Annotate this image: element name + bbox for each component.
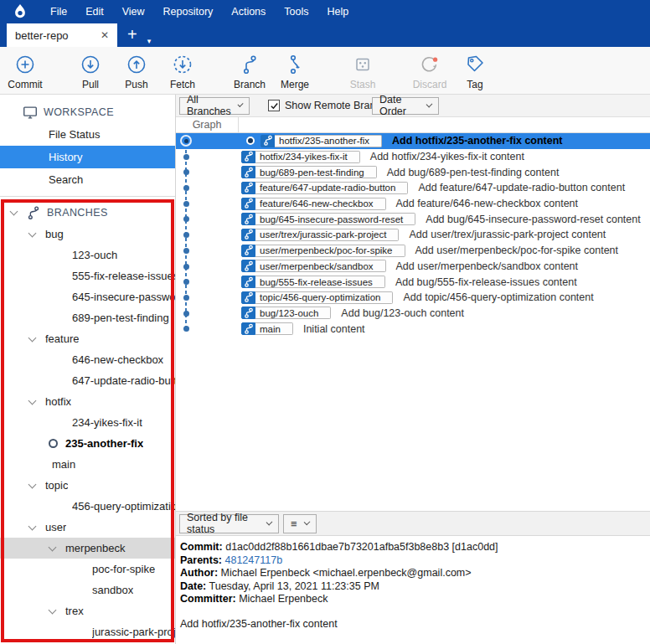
- branch-group-user[interactable]: user: [0, 517, 175, 538]
- graph-node: [183, 154, 189, 160]
- sort-by-dropdown[interactable]: Sorted by file status: [179, 514, 279, 533]
- commit-row[interactable]: bug/689-pen-test-finding Add bug/689-pen…: [176, 164, 650, 180]
- branch-icon: [241, 322, 255, 335]
- branch-item-235-another-fix[interactable]: 235-another-fix: [0, 433, 175, 454]
- branch-label-badge[interactable]: main: [241, 322, 293, 335]
- menu-file[interactable]: File: [41, 0, 76, 23]
- menu-edit[interactable]: Edit: [76, 0, 113, 23]
- pull-icon: [79, 53, 102, 76]
- discard-button[interactable]: Discard: [406, 50, 453, 92]
- branch-label-badge[interactable]: feature/646-new-checkbox: [241, 198, 386, 210]
- branch-icon: [241, 229, 255, 241]
- push-icon: [125, 53, 148, 76]
- file-sort-bar: Sorted by file status ≡: [176, 511, 650, 536]
- branch-label-badge[interactable]: hotfix/235-another-fix: [261, 135, 382, 147]
- column-header-row: Graph: [176, 117, 650, 133]
- branch-item-555-fix-release-issues[interactable]: 555-fix-release-issues: [0, 265, 175, 286]
- branch-item-456-query-optimization[interactable]: 456-query-optimization: [0, 496, 175, 517]
- tag-button[interactable]: Tag: [451, 50, 498, 92]
- branch-icon: [241, 245, 255, 257]
- author-value: Michael Erpenbeck <michael.erpenbeck@gma…: [221, 567, 472, 579]
- branch-item-647-update-radio-button[interactable]: 647-update-radio-button: [0, 370, 175, 391]
- merge-button[interactable]: Merge: [271, 50, 318, 92]
- branch-item-645-insecure-password-reset[interactable]: 645-insecure-password-reset: [0, 286, 175, 307]
- graph-column-header[interactable]: Graph: [176, 117, 239, 132]
- sidebar-item-history[interactable]: History: [0, 146, 175, 168]
- commit-row[interactable]: feature/647-update-radio-button Add feat…: [176, 180, 650, 196]
- commit-row[interactable]: user/merpenbeck/poc-for-spike Add user/m…: [176, 243, 650, 259]
- parent-commit-link[interactable]: 481247117b: [225, 554, 283, 566]
- tab-close-icon[interactable]: ✕: [99, 29, 111, 41]
- branches-header[interactable]: BRANCHES: [0, 202, 175, 224]
- commit-message: Add user/merpenbeck/poc-for-spike conten…: [415, 245, 619, 256]
- branch-group-merpenbeck[interactable]: merpenbeck: [0, 538, 175, 559]
- commit-row[interactable]: feature/646-new-checkbox Add feature/646…: [176, 196, 650, 212]
- commit-hash: d1ac0dd2f88b1661dbae7b73201afba5f3b8e8b3…: [225, 541, 498, 553]
- workspace-label: WORKSPACE: [44, 106, 114, 118]
- branch-label-badge[interactable]: bug/645-insecure-password-reset: [241, 213, 415, 225]
- branch-item-123-ouch[interactable]: 123-ouch: [0, 245, 175, 265]
- branch-icon: [241, 198, 255, 210]
- commit-row[interactable]: bug/645-insecure-password-reset Add bug/…: [176, 211, 650, 227]
- author-label: Author:: [180, 567, 218, 579]
- branch-item-sandbox[interactable]: sandbox: [0, 580, 175, 600]
- branch-label-badge[interactable]: user/trex/jurassic-park-project: [241, 229, 399, 241]
- branch-label-badge[interactable]: user/merpenbeck/sandbox: [241, 260, 386, 272]
- menu-view[interactable]: View: [113, 0, 154, 23]
- chevron-down-icon: [303, 519, 310, 526]
- commit-row[interactable]: main Initial content: [176, 321, 650, 337]
- commit-button[interactable]: Commit: [2, 50, 49, 92]
- menu-repository[interactable]: Repository: [154, 0, 223, 23]
- menu-help[interactable]: Help: [318, 0, 359, 23]
- commit-row[interactable]: hotfix/235-another-fix Add hotfix/235-an…: [176, 133, 650, 149]
- branch-item-poc-for-spike[interactable]: poc-for-spike: [0, 559, 175, 580]
- tab-bar: better-repo ✕ + ▾: [0, 23, 650, 47]
- tab-list-caret-icon[interactable]: ▾: [146, 37, 158, 47]
- branch-group-hotfix[interactable]: hotfix: [0, 391, 175, 412]
- order-filter-dropdown[interactable]: Date Order: [372, 97, 439, 115]
- pull-button[interactable]: Pull: [67, 50, 114, 92]
- commit-row[interactable]: topic/456-query-optimization Add topic/4…: [176, 290, 650, 306]
- menu-actions[interactable]: Actions: [222, 0, 275, 23]
- branches-label: BRANCHES: [47, 207, 108, 219]
- branch-label-badge[interactable]: hotfix/234-yikes-fix-it: [241, 151, 360, 163]
- branch-group-trex[interactable]: trex: [0, 600, 175, 621]
- branch-label-badge[interactable]: user/merpenbeck/poc-for-spike: [241, 245, 405, 257]
- view-options-dropdown[interactable]: ≡: [283, 514, 317, 533]
- sidebar-divider: [0, 196, 175, 197]
- main-panel: All Branches Show Remote Branches Date O…: [176, 95, 650, 644]
- fetch-button[interactable]: Fetch: [159, 50, 206, 92]
- branch-group-topic[interactable]: topic: [0, 475, 175, 496]
- tab-better-repo[interactable]: better-repo ✕: [7, 23, 117, 47]
- stash-button[interactable]: Stash: [339, 50, 386, 92]
- branch-item-234-yikes-fix-it[interactable]: 234-yikes-fix-it: [0, 412, 175, 433]
- branch-label-badge[interactable]: bug/123-ouch: [241, 307, 331, 319]
- commit-message: Add hotfix/235-another-fix content: [392, 135, 562, 147]
- show-remote-branches-checkbox[interactable]: [268, 100, 280, 111]
- chevron-down-icon: [426, 101, 433, 108]
- branch-filter-dropdown[interactable]: All Branches: [179, 97, 250, 115]
- branch-item-jurassic-park-project[interactable]: jurassic-park-project: [0, 621, 175, 642]
- branch-item-646-new-checkbox[interactable]: 646-new-checkbox: [0, 349, 175, 370]
- commit-row[interactable]: user/merpenbeck/sandbox Add user/merpenb…: [176, 259, 650, 275]
- branch-label-badge[interactable]: feature/647-update-radio-button: [241, 182, 408, 194]
- commit-row[interactable]: bug/123-ouch Add bug/123-ouch content: [176, 306, 650, 322]
- commit-row[interactable]: bug/555-fix-release-issues Add bug/555-f…: [176, 274, 650, 290]
- sidebar-item-search[interactable]: Search: [0, 168, 175, 191]
- branch-button[interactable]: Branch: [226, 50, 273, 92]
- branch-label-badge[interactable]: topic/456-query-optimization: [241, 291, 393, 304]
- branch-group-feature[interactable]: feature: [0, 328, 175, 349]
- branch-label-badge[interactable]: bug/555-fix-release-issues: [241, 276, 385, 288]
- commit-row[interactable]: user/trex/jurassic-park-project Add user…: [176, 227, 650, 243]
- menu-tools[interactable]: Tools: [275, 0, 317, 23]
- commit-row[interactable]: hotfix/234-yikes-fix-it Add hotfix/234-y…: [176, 149, 650, 165]
- branch-item-689-pen-test-finding[interactable]: 689-pen-test-finding: [0, 307, 175, 328]
- branch-label-badge[interactable]: bug/689-pen-test-finding: [241, 166, 377, 178]
- branch-group-bug[interactable]: bug: [0, 224, 175, 245]
- commit-history-list: hotfix/235-another-fix Add hotfix/235-an…: [176, 133, 650, 511]
- commit-message: Add feature/647-update-radio-button cont…: [418, 182, 625, 193]
- sidebar-item-file-status[interactable]: File Status: [0, 123, 175, 146]
- branch-item-main[interactable]: main: [0, 454, 175, 475]
- push-button[interactable]: Push: [113, 50, 160, 92]
- new-tab-button[interactable]: +: [117, 25, 146, 47]
